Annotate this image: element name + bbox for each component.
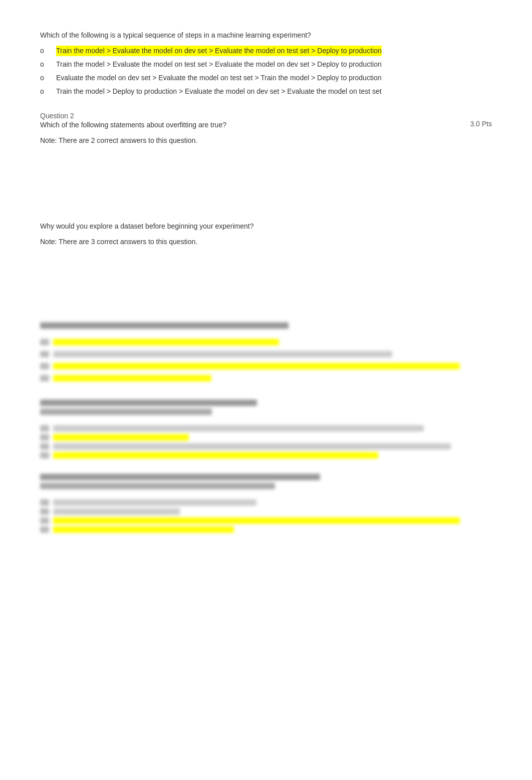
question-1: Which of the following is a typical sequ… — [40, 30, 492, 97]
question-3-text: Why would you explore a dataset before b… — [40, 221, 492, 232]
option-1-2[interactable]: o Train the model > Evaluate the model o… — [40, 59, 492, 70]
blurred-block-3-header — [40, 474, 492, 489]
option-1-4[interactable]: o Train the model > Deploy to production… — [40, 86, 492, 97]
option-marker-1-4: o — [40, 86, 52, 97]
question-2-points: 3.0 Pts — [470, 120, 492, 128]
question-2: Question 2 Which of the following statem… — [40, 112, 492, 146]
question-2-label: Question 2 — [40, 112, 492, 120]
option-marker-1-2: o — [40, 59, 52, 70]
question-1-text: Which of the following is a typical sequ… — [40, 30, 492, 41]
blurred-block-2-header — [40, 400, 492, 415]
blurred-section-1 — [40, 322, 492, 384]
option-marker-1-3: o — [40, 73, 52, 83]
option-1-3[interactable]: o Evaluate the model on dev set > Evalua… — [40, 73, 492, 83]
spacer-2 — [40, 262, 492, 322]
question-3-note: Note: There are 3 correct answers to thi… — [40, 237, 492, 247]
option-text-1-4: Train the model > Deploy to production >… — [56, 86, 382, 97]
options-list-1: o Train the model > Evaluate the model o… — [40, 46, 492, 97]
option-text-1-2: Train the model > Evaluate the model on … — [56, 59, 382, 70]
spacer-1 — [40, 161, 492, 221]
blurred-section-3 — [40, 474, 492, 533]
option-marker-1-1: o — [40, 46, 52, 56]
question-2-text: Which of the following statements about … — [40, 120, 452, 130]
blurred-section-2 — [40, 400, 492, 459]
blurred-block-1-header — [40, 322, 492, 329]
option-text-1-1: Train the model > Evaluate the model on … — [56, 46, 382, 56]
question-3: Why would you explore a dataset before b… — [40, 221, 492, 247]
question-2-note: Note: There are 2 correct answers to thi… — [40, 135, 452, 146]
option-1-1[interactable]: o Train the model > Evaluate the model o… — [40, 46, 492, 56]
option-text-1-3: Evaluate the model on dev set > Evaluate… — [56, 73, 381, 83]
